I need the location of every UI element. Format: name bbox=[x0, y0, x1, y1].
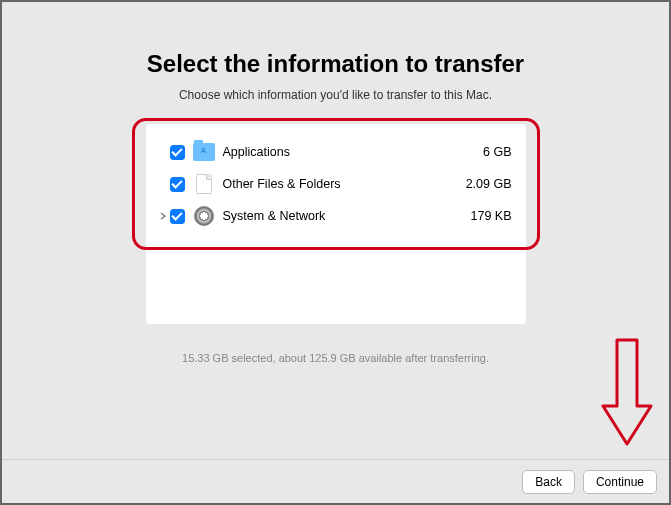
item-size: 179 KB bbox=[470, 209, 511, 223]
list-item[interactable]: Other Files & Folders 2.09 GB bbox=[146, 168, 526, 200]
footer-bar: Back Continue bbox=[2, 459, 669, 503]
list-item[interactable]: Applications 6 GB bbox=[146, 136, 526, 168]
checkbox-applications[interactable] bbox=[170, 145, 185, 160]
item-label: Other Files & Folders bbox=[223, 177, 466, 191]
page-title: Select the information to transfer bbox=[2, 50, 669, 78]
file-icon bbox=[196, 174, 212, 194]
item-label: Applications bbox=[223, 145, 484, 159]
list-item[interactable]: System & Network 179 KB bbox=[146, 200, 526, 232]
status-text: 15.33 GB selected, about 125.9 GB availa… bbox=[2, 352, 669, 364]
transfer-list: Applications 6 GB Other Files & Folders … bbox=[146, 124, 526, 324]
chevron-right-icon[interactable] bbox=[156, 212, 170, 220]
item-label: System & Network bbox=[223, 209, 471, 223]
checkbox-system-network[interactable] bbox=[170, 209, 185, 224]
item-size: 6 GB bbox=[483, 145, 512, 159]
gear-icon bbox=[194, 206, 214, 226]
item-size: 2.09 GB bbox=[466, 177, 512, 191]
continue-button[interactable]: Continue bbox=[583, 470, 657, 494]
checkbox-other-files[interactable] bbox=[170, 177, 185, 192]
folder-icon bbox=[193, 143, 215, 161]
page-subtitle: Choose which information you'd like to t… bbox=[2, 88, 669, 102]
back-button[interactable]: Back bbox=[522, 470, 575, 494]
